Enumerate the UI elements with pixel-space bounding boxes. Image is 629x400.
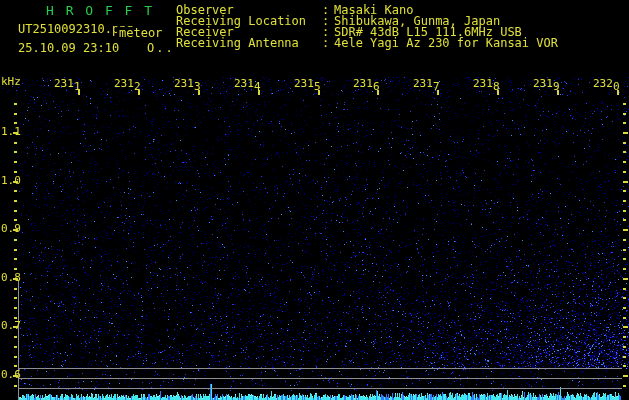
freq-axis-unit: kHz xyxy=(1,76,21,87)
axis-tick xyxy=(623,181,628,183)
info-value: SDR# 43dB L15 111.6MHz USB xyxy=(334,25,522,36)
time-label-main: 231 xyxy=(533,77,553,90)
info-label: Observer xyxy=(176,3,322,14)
axis-tick xyxy=(623,375,628,377)
time-label-last: 8 xyxy=(493,80,500,93)
axis-tick xyxy=(623,249,626,251)
info-row: Observer:Masaki Kano xyxy=(176,3,558,14)
datetime-label: 25.10.09 23:10 xyxy=(18,42,119,54)
axis-tick xyxy=(623,239,626,241)
axis-tick xyxy=(14,190,17,192)
axis-tick xyxy=(14,142,17,144)
time-label: 2320 xyxy=(593,77,620,90)
axis-tick xyxy=(14,113,17,115)
axis-tick xyxy=(14,171,17,173)
info-row: Receiving Location:Shibukawa, Gunma, Jap… xyxy=(176,14,558,25)
axis-tick xyxy=(623,210,626,212)
axis-tick xyxy=(623,151,626,153)
axis-tick xyxy=(14,122,17,124)
info-row: Receiver:SDR# 43dB L15 111.6MHz USB xyxy=(176,25,558,36)
axis-tick xyxy=(623,278,628,280)
info-row: Receiving Antenna:4ele Yagi Az 230 for K… xyxy=(176,36,558,47)
axis-tick xyxy=(14,210,17,212)
axis-tick xyxy=(623,190,626,192)
axis-tick xyxy=(14,365,17,367)
hrofft-screen: H R O F F T UT2510092310.png meteor 25.1… xyxy=(0,0,629,400)
time-label-last: 9 xyxy=(553,80,560,93)
freq-label: 0.6 xyxy=(1,368,21,381)
axis-tick xyxy=(14,356,17,358)
time-label-last: 5 xyxy=(314,80,321,93)
info-separator: : xyxy=(322,3,334,14)
time-label-main: 231 xyxy=(413,77,433,90)
axis-tick xyxy=(623,307,626,309)
axis-tick xyxy=(14,151,17,153)
reference-line-3 xyxy=(19,388,622,389)
axis-tick xyxy=(14,200,17,202)
mode-label: meteor xyxy=(117,27,162,39)
axis-tick xyxy=(14,268,17,270)
spectrogram-canvas xyxy=(0,0,629,400)
axis-tick xyxy=(14,258,17,260)
axis-tick xyxy=(623,258,626,260)
axis-tick xyxy=(623,385,626,387)
reference-line-2 xyxy=(19,378,622,379)
axis-tick xyxy=(623,103,626,105)
left-border-line xyxy=(18,281,19,400)
freq-label: 0.8 xyxy=(1,271,21,284)
axis-tick xyxy=(623,219,626,221)
time-label: 2312 xyxy=(114,77,141,90)
axis-tick xyxy=(14,336,17,338)
axis-tick xyxy=(14,249,17,251)
time-label: 2315 xyxy=(294,77,321,90)
time-label-main: 231 xyxy=(54,77,74,90)
axis-tick xyxy=(14,103,17,105)
axis-tick xyxy=(623,142,626,144)
time-label: 2317 xyxy=(413,77,440,90)
time-label-main: 231 xyxy=(473,77,493,90)
app-title: H R O F F T xyxy=(46,4,154,17)
time-label: 2311 xyxy=(54,77,81,90)
time-label: 2316 xyxy=(353,77,380,90)
time-label: 2314 xyxy=(234,77,261,90)
info-separator: : xyxy=(322,36,334,47)
reference-line-1 xyxy=(19,368,622,369)
axis-tick xyxy=(14,385,17,387)
echo-counter: O.. xyxy=(147,42,175,54)
freq-label: 0.9 xyxy=(1,222,21,235)
axis-tick xyxy=(623,317,626,319)
freq-label: 1.0 xyxy=(1,174,21,187)
time-label-last: 1 xyxy=(74,80,81,93)
time-label: 2313 xyxy=(174,77,201,90)
axis-tick xyxy=(14,219,17,221)
axis-tick xyxy=(14,288,17,290)
info-separator: : xyxy=(322,25,334,36)
axis-tick xyxy=(623,132,628,134)
axis-tick xyxy=(14,297,17,299)
time-label-main: 231 xyxy=(174,77,194,90)
axis-tick xyxy=(623,113,626,115)
time-label-main: 231 xyxy=(353,77,373,90)
time-label-last: 3 xyxy=(194,80,201,93)
axis-tick xyxy=(623,229,628,231)
axis-tick xyxy=(623,171,626,173)
axis-tick xyxy=(14,161,17,163)
axis-tick xyxy=(623,346,626,348)
axis-tick xyxy=(623,288,626,290)
axis-tick xyxy=(623,161,626,163)
info-value: Shibukawa, Gunma, Japan xyxy=(334,14,500,25)
time-label-last: 0 xyxy=(613,80,620,93)
time-label-last: 6 xyxy=(373,80,380,93)
axis-tick xyxy=(623,200,626,202)
axis-tick xyxy=(623,356,626,358)
info-separator: : xyxy=(322,14,334,25)
axis-tick xyxy=(14,346,17,348)
axis-tick xyxy=(623,326,628,328)
time-label: 2318 xyxy=(473,77,500,90)
time-label: 2319 xyxy=(533,77,560,90)
axis-tick xyxy=(623,122,626,124)
info-label: Receiver xyxy=(176,25,322,36)
station-info-block: Observer:Masaki KanoReceiving Location:S… xyxy=(176,3,558,47)
time-label-last: 7 xyxy=(433,80,440,93)
info-label: Receiving Location xyxy=(176,14,322,25)
